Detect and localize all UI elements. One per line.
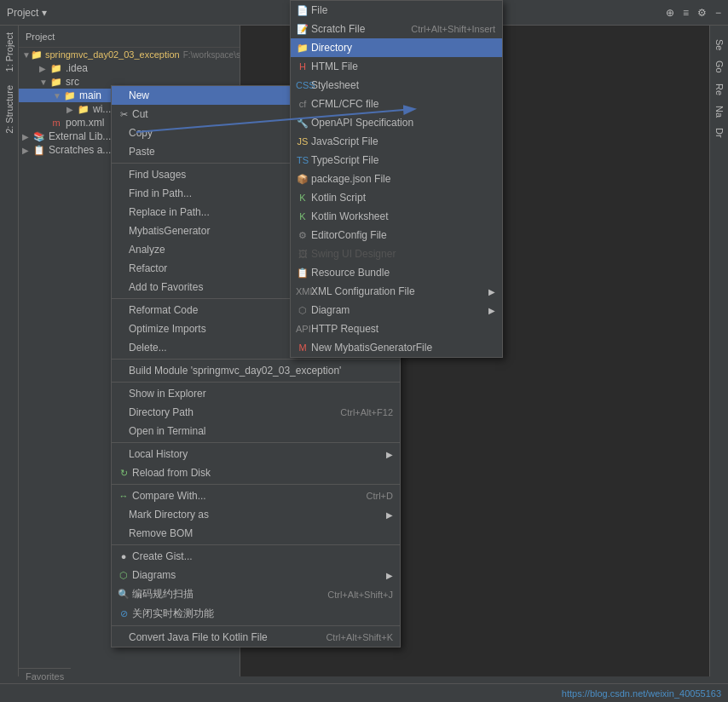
xml-arrow: ▶ xyxy=(488,287,495,296)
diagrams-icon: ⬡ xyxy=(117,570,130,581)
sidebar-tab-na[interactable]: Na xyxy=(712,101,727,123)
menu-item-local-history[interactable]: Local History ▶ xyxy=(112,445,400,463)
folder-icon: 📁 xyxy=(31,49,43,60)
tree-arrow-ext: ▶ xyxy=(22,132,32,141)
file-icon: 📄 xyxy=(296,5,309,16)
sidebar-tab-dr[interactable]: Dr xyxy=(712,123,727,143)
favorites-label: Favorites xyxy=(26,671,64,682)
mybatis-gen-icon: M xyxy=(296,342,309,353)
tree-arrow-idea: ▶ xyxy=(39,64,49,73)
submenu-new-kotlin-worksheet[interactable]: K Kotlin Worksheet xyxy=(291,207,502,226)
submenu-label-resource-bundle: Resource Bundle xyxy=(311,267,495,279)
submenu-new-editorconfig[interactable]: ⚙ EditorConfig File xyxy=(291,226,502,245)
menu-item-build[interactable]: Build Module 'springmvc_day02_03_excepti… xyxy=(112,361,400,380)
scratch-shortcut: Ctrl+Alt+Shift+Insert xyxy=(411,24,495,34)
tree-arrow-main: ▼ xyxy=(53,91,63,101)
project-panel-title: Project xyxy=(26,32,55,42)
code-scan-icon: 🔍 xyxy=(117,589,130,600)
submenu-new-html[interactable]: H HTML File xyxy=(291,57,502,76)
http-icon: API xyxy=(296,324,309,334)
compare-icon: ↔ xyxy=(117,491,130,501)
submenu-new-cfml[interactable]: cf CFML/CFC file xyxy=(291,95,502,113)
submenu-new-diagram[interactable]: ⬡ Diagram ▶ xyxy=(291,301,502,319)
menu-item-gist[interactable]: ● Create Gist... xyxy=(112,547,400,566)
submenu-new-xml-config[interactable]: XML XML Configuration File ▶ xyxy=(291,282,502,301)
menu-item-code-scan[interactable]: 🔍 编码规约扫描 Ctrl+Alt+Shift+J xyxy=(112,584,400,604)
menu-item-reload[interactable]: ↻ Reload from Disk xyxy=(112,463,400,482)
sidebar-tab-structure[interactable]: 2: Structure xyxy=(2,78,17,141)
sidebar-tab-project[interactable]: 1: Project xyxy=(2,26,17,78)
folder-icon-idea: 📁 xyxy=(49,62,63,74)
submenu-new-file[interactable]: 📄 File xyxy=(291,1,502,20)
tree-arrow-src: ▼ xyxy=(39,78,49,87)
submenu-new-mybatis-gen[interactable]: M New MybatisGeneratorFile xyxy=(291,338,502,357)
submenu-new-stylesheet[interactable]: CSS Stylesheet xyxy=(291,76,502,95)
submenu-new-typescript[interactable]: TS TypeScript File xyxy=(291,151,502,170)
separator-6 xyxy=(112,484,400,485)
diagrams-arrow: ▶ xyxy=(386,571,393,580)
submenu-new-swing[interactable]: 🖼 Swing UI Designer xyxy=(291,245,502,263)
stylesheet-icon: CSS xyxy=(296,80,309,90)
local-history-arrow: ▶ xyxy=(386,450,393,459)
menu-label-build: Build Module 'springmvc_day02_03_excepti… xyxy=(129,365,393,377)
submenu-label-xml-config: XML Configuration File xyxy=(311,285,488,297)
menu-item-show-explorer[interactable]: Show in Explorer xyxy=(112,384,400,403)
tree-label-scratches: Scratches a... xyxy=(49,144,111,156)
status-url[interactable]: https://blog.csdn.net/weixin_40055163 xyxy=(562,688,721,699)
tree-label-src: src xyxy=(66,76,79,88)
menu-label-compare: Compare With... xyxy=(132,490,367,502)
menu-item-terminal[interactable]: Open in Terminal xyxy=(112,422,400,440)
settings-icon[interactable]: ⚙ xyxy=(697,7,707,19)
add-icon[interactable]: ⊕ xyxy=(666,7,674,19)
menu-item-close-check[interactable]: ⊘ 关闭实时检测功能 xyxy=(112,604,400,624)
submenu-label-stylesheet: Stylesheet xyxy=(311,79,495,91)
tree-arrow-scratches: ▶ xyxy=(22,146,32,155)
submenu-new-http[interactable]: API HTTP Request xyxy=(291,319,502,338)
menu-label-local-history: Local History xyxy=(129,448,386,460)
submenu-new-openapi[interactable]: 🔧 OpenAPI Specification xyxy=(291,113,502,132)
kt-icon: K xyxy=(296,193,309,203)
separator-4 xyxy=(112,382,400,383)
menu-item-dir-path[interactable]: Directory Path Ctrl+Alt+F12 xyxy=(112,403,400,422)
code-scan-shortcut: Ctrl+Alt+Shift+J xyxy=(327,590,393,600)
menu-label-gist: Create Gist... xyxy=(132,550,393,562)
folder-icon-src: 📁 xyxy=(49,76,63,88)
submenu-label-cfml: CFML/CFC file xyxy=(311,98,495,110)
toolbar-project[interactable]: Project ▾ xyxy=(7,7,47,19)
submenu-new-directory[interactable]: 📁 Directory xyxy=(291,38,502,57)
tree-item-idea[interactable]: ▶ 📁 .idea xyxy=(19,61,240,75)
submenu-new-resource-bundle[interactable]: 📋 Resource Bundle xyxy=(291,263,502,282)
menu-item-remove-bom[interactable]: Remove BOM xyxy=(112,524,400,543)
submenu-new-scratch[interactable]: 📝 Scratch File Ctrl+Alt+Shift+Insert xyxy=(291,20,502,38)
submenu-new-package-json[interactable]: 📦 package.json File xyxy=(291,170,502,188)
favorites-bar: Favorites xyxy=(19,668,71,683)
menu-label-terminal: Open in Terminal xyxy=(129,425,393,437)
submenu-label-mybatis-gen: New MybatisGeneratorFile xyxy=(311,342,495,354)
submenu-new-javascript[interactable]: JS JavaScript File xyxy=(291,132,502,151)
scratch-icon: 📝 xyxy=(296,24,309,35)
gist-icon: ● xyxy=(117,551,130,561)
project-label: Project xyxy=(7,7,38,19)
project-dropdown-icon[interactable]: ▾ xyxy=(42,7,47,19)
submenu-new[interactable]: 📄 File 📝 Scratch File Ctrl+Alt+Shift+Ins… xyxy=(290,0,503,358)
swing-icon: 🖼 xyxy=(296,249,309,259)
folder-icon-wi: 📁 xyxy=(77,103,90,115)
menu-item-mark-dir[interactable]: Mark Directory as ▶ xyxy=(112,505,400,524)
project-panel-header: Project xyxy=(19,26,240,48)
sidebar-tab-go[interactable]: Go xyxy=(712,55,727,78)
submenu-label-scratch: Scratch File xyxy=(311,23,411,35)
scratches-icon: 📋 xyxy=(32,144,46,156)
tree-item-root[interactable]: ▼ 📁 springmvc_day02_03_exception F:\work… xyxy=(19,48,240,61)
tree-item-path: F:\workspace\springmvc_day02_03_exce... xyxy=(183,50,240,60)
menu-item-diagrams[interactable]: ⬡ Diagrams ▶ xyxy=(112,566,400,584)
sidebar-tab-se[interactable]: Se xyxy=(712,34,727,55)
menu-item-compare[interactable]: ↔ Compare With... Ctrl+D xyxy=(112,486,400,505)
submenu-label-typescript: TypeScript File xyxy=(311,154,495,166)
diagram-arrow: ▶ xyxy=(488,306,495,315)
sidebar-tab-re[interactable]: Re xyxy=(712,78,727,101)
menu-item-convert[interactable]: Convert Java File to Kotlin File Ctrl+Al… xyxy=(112,628,400,647)
submenu-new-kotlin-script[interactable]: K Kotlin Script xyxy=(291,188,502,207)
minimize-icon[interactable]: − xyxy=(715,7,721,19)
menu-icon[interactable]: ≡ xyxy=(683,7,689,19)
pkg-icon: 📦 xyxy=(296,174,309,185)
